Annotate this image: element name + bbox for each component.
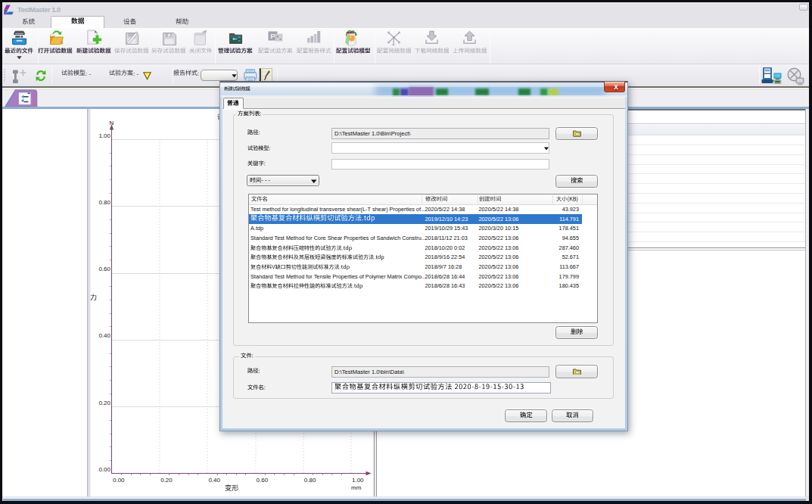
svg-text:P: P (270, 32, 275, 40)
